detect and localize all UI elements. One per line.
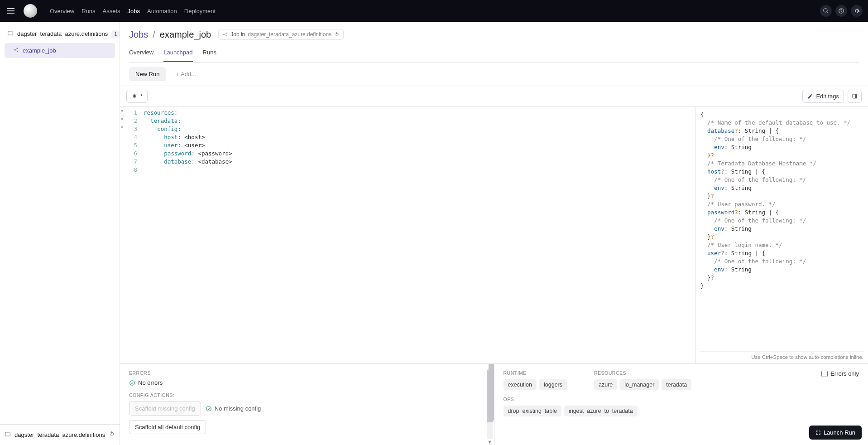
scroll-thumb[interactable] (487, 370, 493, 422)
line-gutter: ▼ ▼ ▼ 12345678 (120, 107, 140, 363)
errors-only-label: Errors only (830, 370, 859, 377)
check-circle-icon (129, 380, 135, 386)
scroll-down-icon[interactable]: ▼ (487, 439, 493, 445)
no-missing-text: No missing config (215, 405, 261, 412)
refresh-icon[interactable] (109, 431, 115, 439)
pencil-icon (807, 93, 813, 99)
schema-pane: { /* Name of the default database to use… (696, 107, 868, 363)
pill-prefix: Job in (230, 31, 245, 38)
burst-icon (131, 93, 138, 100)
job-location-pill[interactable]: Job in dagster_teradata_azure.definition… (218, 29, 344, 40)
schema-hint: Use Ctrl+Space to show auto-completions … (700, 351, 863, 360)
nav-assets[interactable]: Assets (103, 6, 120, 16)
sidebar-top: dagster_teradata_azure.definitions 1 exa… (0, 22, 120, 424)
main: dagster_teradata_azure.definitions 1 exa… (0, 22, 868, 445)
panel-scrollbar[interactable]: ▲ ▼ (487, 364, 493, 445)
config-dropdown[interactable]: * (126, 90, 148, 103)
nav-runs[interactable]: Runs (82, 6, 95, 16)
launch-run-button[interactable]: Launch Run (809, 426, 862, 440)
scroll-up-icon[interactable]: ▲ (487, 364, 493, 370)
tab-overview[interactable]: Overview (129, 49, 153, 62)
breadcrumb-current: example_job (160, 29, 211, 40)
svg-point-2 (17, 51, 18, 52)
folder-count: 1 (111, 30, 120, 38)
header-right (820, 5, 863, 17)
resource-tags: azure io_manager teradata (594, 379, 691, 390)
top-nav: Overview Runs Assets Jobs Automation Dep… (50, 6, 216, 16)
fold-icon[interactable]: ▼ (121, 109, 123, 113)
run-tabs: New Run + Add... (120, 63, 868, 86)
folder-icon (7, 30, 14, 38)
code-lines[interactable]: resources: teradata: config: host: <host… (140, 107, 236, 363)
runtime-label: RUNTIME (504, 370, 567, 376)
subtab-add[interactable]: + Add... (169, 67, 202, 81)
runtime-col: RUNTIME execution loggers (504, 370, 567, 397)
breadcrumb-sep: / (153, 29, 155, 40)
app-header: Overview Runs Assets Jobs Automation Dep… (0, 0, 868, 22)
scroll-track[interactable] (487, 370, 493, 439)
settings-icon[interactable] (851, 5, 863, 17)
tab-launchpad[interactable]: Launchpad (163, 49, 192, 62)
config-star: * (140, 93, 143, 100)
editor-row: ▼ ▼ ▼ 12345678 resources: teradata: conf… (120, 107, 868, 364)
nav-overview[interactable]: Overview (50, 6, 74, 16)
svg-rect-7 (855, 94, 857, 98)
no-missing-hint: No missing config (206, 405, 261, 412)
tag-loggers[interactable]: loggers (539, 379, 567, 390)
config-actions-row: Scaffold missing config No missing confi… (129, 401, 485, 416)
scaffold-missing-button: Scaffold missing config (129, 401, 201, 416)
job-icon (13, 47, 19, 54)
config-actions-label: CONFIG ACTIONS: (129, 392, 485, 398)
tag-ingest-azure[interactable]: ingest_azure_to_teradata (564, 406, 638, 416)
sidebar-footer[interactable]: dagster_teradata_azure.definitions (0, 424, 120, 445)
tag-drop-existing-table[interactable]: drop_existing_table (504, 406, 561, 416)
tab-runs[interactable]: Runs (203, 49, 216, 62)
tag-azure[interactable]: azure (594, 379, 617, 390)
scaffold-all-button[interactable]: Scaffold all default config (129, 420, 206, 434)
bottom-panel: ERRORS No errors CONFIG ACTIONS: Scaffol… (120, 364, 868, 445)
sidebar-job[interactable]: example_job (5, 43, 115, 58)
help-icon[interactable] (835, 5, 847, 17)
tag-io-manager[interactable]: io_manager (620, 379, 659, 390)
sidebar: dagster_teradata_azure.definitions 1 exa… (0, 22, 120, 445)
toolbar-right: Edit tags (802, 90, 862, 103)
fold-icon[interactable]: ▼ (121, 125, 123, 130)
content: Jobs / example_job Job in dagster_terada… (120, 22, 868, 445)
resources-label: RESOURCES (594, 370, 691, 376)
svg-point-5 (226, 35, 227, 36)
search-icon[interactable] (820, 5, 832, 17)
no-errors-row: No errors (129, 379, 485, 386)
launch-label: Launch Run (824, 429, 855, 436)
code-editor[interactable]: ▼ ▼ ▼ 12345678 resources: teradata: conf… (120, 107, 696, 363)
nav-jobs[interactable]: Jobs (128, 6, 140, 16)
footer-folder-name: dagster_teradata_azure.definitions (14, 431, 105, 438)
svg-point-1 (17, 48, 18, 48)
nav-automation[interactable]: Automation (147, 6, 177, 16)
breadcrumb-root[interactable]: Jobs (129, 29, 148, 40)
edit-tags-button[interactable]: Edit tags (802, 90, 844, 103)
svg-point-9 (206, 406, 211, 411)
no-errors-text: No errors (138, 379, 163, 386)
page-header: Jobs / example_job Job in dagster_terada… (120, 22, 868, 63)
subtab-new-run[interactable]: New Run (129, 67, 166, 81)
schema-body: { /* Name of the default database to use… (700, 111, 863, 351)
errors-panel: ERRORS No errors CONFIG ACTIONS: Scaffol… (120, 364, 494, 445)
tag-teradata[interactable]: teradata (662, 379, 691, 390)
svg-point-0 (14, 49, 14, 50)
tag-execution[interactable]: execution (504, 379, 537, 390)
fold-icon[interactable]: ▼ (121, 117, 123, 121)
svg-point-4 (226, 33, 227, 34)
panel-toggle-button[interactable] (848, 90, 862, 103)
errors-only-toggle[interactable]: Errors only (821, 370, 859, 377)
svg-point-3 (223, 34, 224, 35)
errors-only-checkbox[interactable] (821, 371, 828, 377)
job-icon (222, 32, 228, 37)
runtime-tags: execution loggers (504, 379, 567, 390)
ops-label: OPS (504, 397, 859, 402)
panel-icon (852, 93, 858, 99)
pill-location: dagster_teradata_azure.definitions (248, 31, 331, 38)
nav-deployment[interactable]: Deployment (184, 6, 216, 16)
sidebar-folder[interactable]: dagster_teradata_azure.definitions 1 (5, 27, 115, 40)
menu-icon[interactable] (5, 5, 16, 16)
logo[interactable] (24, 4, 37, 18)
